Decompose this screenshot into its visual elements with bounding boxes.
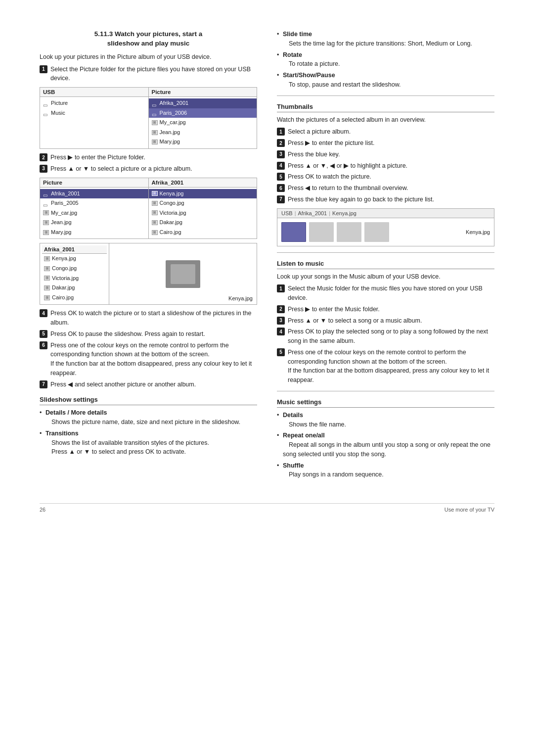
step-num-5: 5	[40, 330, 47, 338]
music-step-num-3: 3	[277, 317, 285, 325]
folder-icon	[43, 191, 49, 196]
step-3: 3 Press ▲ or ▼ to select a picture or a …	[40, 164, 257, 174]
startshowpause-name: Start/Show/Pause	[283, 72, 335, 79]
thumb-step-text-2: Press ▶ to enter the picture list.	[288, 139, 494, 148]
fb3-item-2[interactable]: Victoria.jpg	[42, 274, 107, 284]
thumbnails-intro: Watch the pictures of a selected album i…	[277, 115, 494, 125]
music-step-num-4: 4	[277, 328, 285, 335]
fb2-pane1-item-1[interactable]: Paris_2005	[40, 198, 148, 208]
image-icon	[44, 276, 50, 281]
fb2-pane1: Afrika_2001 Paris_2005 My_car.jpg Jean.j…	[40, 188, 149, 239]
page-number: 26	[40, 507, 45, 513]
footer-right: Use more of your TV	[445, 507, 494, 513]
fb2-pane1-item-3[interactable]: Jean.jpg	[40, 218, 148, 228]
thumb-active-item[interactable]	[281, 222, 306, 242]
music-step-text-3: Press ▲ or ▼ to select a song or a music…	[288, 316, 494, 326]
image-icon	[43, 210, 49, 215]
fb2-pane1-item-4[interactable]: Mary.jpg	[40, 228, 148, 237]
file-browser-3: Afrika_2001 Kenya.jpg Congo.jpg Victoria…	[40, 243, 257, 305]
fb2-pane2-item-1[interactable]: Congo.jpg	[149, 198, 257, 208]
fb1-col1: USB	[40, 88, 149, 96]
steps-4-7: 4 Press OK to watch the picture or to st…	[40, 309, 257, 389]
fb2-pane2-item-0[interactable]: Kenya.jpg	[149, 189, 257, 199]
section-heading: 5.11.3 Watch your pictures, start a slid…	[40, 30, 257, 48]
thumb-step-num-1: 1	[277, 128, 285, 136]
page-footer: 26 Use more of your TV	[40, 503, 494, 513]
folder-icon	[152, 110, 158, 115]
thumb-step-1: 1 Select a picture album.	[277, 127, 494, 137]
thumb-step-3: 3 Press the blue key.	[277, 150, 494, 159]
step-num-1: 1	[40, 65, 47, 73]
thumb-breadcrumb: USB | Afrika_2001 | Kenya.jpg	[277, 209, 494, 218]
fb2-pane2-item-3[interactable]: Dakar.jpg	[149, 218, 257, 228]
divider-3	[277, 391, 494, 391]
fb1-pane2-item-4[interactable]: Mary.jpg	[149, 137, 257, 147]
music-setting-2: Shuffle Play songs in a random sequence.	[277, 461, 494, 480]
image-icon	[44, 266, 50, 271]
fb3-left: Afrika_2001 Kenya.jpg Congo.jpg Victoria…	[40, 243, 109, 304]
fb1-pane1-item-1[interactable]: Music	[40, 108, 148, 118]
thumb-item-2[interactable]	[337, 222, 361, 242]
fb3-item-4[interactable]: Cairo.jpg	[42, 293, 107, 303]
thumb-step-text-1: Select a picture album.	[288, 127, 494, 137]
thumbnail-browser: USB | Afrika_2001 | Kenya.jpg Kenya.jpg	[277, 208, 494, 246]
music-step-4: 4 Press OK to play the selected song or …	[277, 327, 494, 346]
file-browser-1: USB Picture Picture Music	[40, 87, 257, 149]
image-icon	[152, 201, 158, 206]
music-step-text-4: Press OK to play the selected song or to…	[288, 327, 494, 346]
image-icon	[152, 140, 158, 144]
step-4: 4 Press OK to watch the picture or to st…	[40, 309, 257, 328]
music-setting-1-name: Repeat one/all	[283, 432, 325, 439]
step-text-2: Press ▶ to enter the Picture folder.	[50, 153, 257, 162]
slideshow-item-0-desc: Shows the picture name, date, size and n…	[45, 419, 240, 425]
rotate-desc: To rotate a picture.	[283, 60, 340, 67]
fb3-col1: Afrika_2001	[42, 245, 107, 254]
folder-icon	[152, 101, 158, 106]
step-2: 2 Press ▶ to enter the Picture folder.	[40, 153, 257, 162]
music-setting-0: Details Shows the file name.	[277, 411, 494, 429]
fb2-pane1-item-0[interactable]: Afrika_2001	[40, 189, 148, 199]
image-icon	[152, 191, 158, 196]
slideshow-item-0: Details / More details Shows the picture…	[40, 408, 257, 427]
music-step-text-2: Press ▶ to enter the Music folder.	[288, 305, 494, 314]
step-num-6: 6	[40, 341, 47, 349]
fb3-item-3[interactable]: Dakar.jpg	[42, 283, 107, 293]
thumb-item-1[interactable]	[309, 222, 334, 242]
music-step-text-1: Select the Music folder for the music fi…	[288, 284, 494, 303]
steps-watch-list: 1 Select the Picture folder for the pict…	[40, 65, 257, 84]
slide-time-name: Slide time	[283, 31, 312, 38]
fb1-pane2-item-0[interactable]: Afrika_2001	[149, 98, 257, 108]
slideshow-settings-title: Slideshow settings	[40, 396, 257, 405]
music-setting-0-desc: Shows the file name.	[283, 421, 346, 428]
image-icon	[43, 230, 49, 235]
fb3-item-0[interactable]: Kenya.jpg	[42, 254, 107, 264]
divider-2	[277, 252, 494, 253]
thumb-step-6: 6 Press ◀ to return to the thumbnail ove…	[277, 184, 494, 193]
fb3-item-1[interactable]: Congo.jpg	[42, 264, 107, 274]
fb1-pane1-item-0[interactable]: Picture	[40, 98, 148, 108]
fb2-pane2-item-2[interactable]: Victoria.jpg	[149, 208, 257, 218]
more-settings-list: Slide time Sets the time lag for the pic…	[277, 30, 494, 90]
thumb-body: Kenya.jpg	[277, 218, 494, 246]
thumb-step-5: 5 Press OK to watch the picture.	[277, 172, 494, 182]
fb1-pane2-item-1[interactable]: Paris_2006	[149, 108, 257, 118]
fb1-pane2-item-3[interactable]: Jean.jpg	[149, 128, 257, 138]
thumb-bc-1: Afrika_2001	[298, 210, 327, 216]
thumb-bc-0: USB	[281, 210, 293, 216]
thumb-item-3[interactable]	[364, 222, 389, 242]
fb2-pane2-item-4[interactable]: Cairo.jpg	[149, 228, 257, 237]
fb2-pane1-item-2[interactable]: My_car.jpg	[40, 208, 148, 218]
image-icon	[43, 220, 49, 225]
divider-1	[277, 95, 494, 96]
thumb-step-text-6: Press ◀ to return to the thumbnail overv…	[288, 184, 494, 193]
thumb-step-7: 7 Press the blue key again to go back to…	[277, 195, 494, 204]
rotate-name: Rotate	[283, 51, 302, 58]
slideshow-item-1: Transitions Shows the list of available …	[40, 429, 257, 457]
step-num-3: 3	[40, 165, 47, 173]
thumb-step-num-7: 7	[277, 195, 285, 203]
step-text-3: Press ▲ or ▼ to select a picture or a pi…	[50, 164, 257, 174]
left-column: 5.11.3 Watch your pictures, start a slid…	[40, 30, 257, 483]
fb1-pane2-item-2[interactable]: My_car.jpg	[149, 118, 257, 128]
music-settings-title: Music settings	[277, 398, 494, 408]
thumb-step-2: 2 Press ▶ to enter the picture list.	[277, 139, 494, 148]
